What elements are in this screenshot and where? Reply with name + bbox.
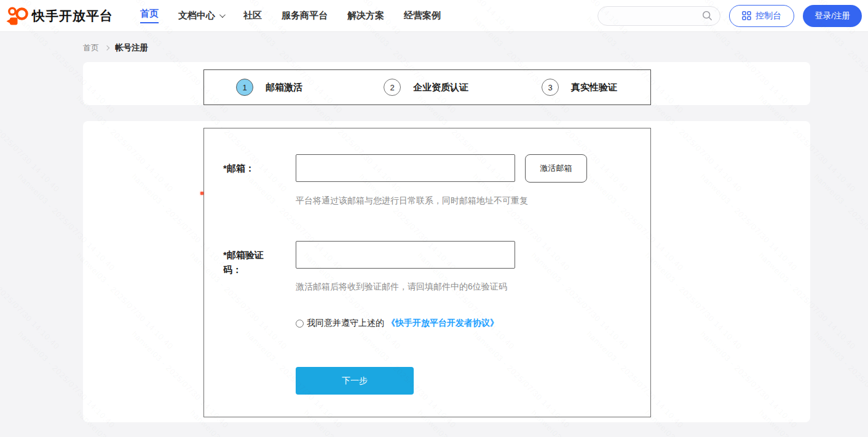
- developer-agreement-link[interactable]: 《快手开放平台开发者协议》: [387, 318, 499, 329]
- activate-email-button[interactable]: 激活邮箱: [525, 154, 587, 183]
- nav-item-label: 解决方案: [347, 10, 384, 22]
- verification-code-hint: 激活邮箱后将收到验证邮件，请回填邮件中的6位验证码: [296, 281, 650, 293]
- breadcrumb-current: 帐号注册: [115, 42, 148, 53]
- nav-item-label: 文档中心: [178, 10, 215, 22]
- steps-box: 1 邮箱激活 2 企业资质认证 3 真实性验证: [203, 69, 651, 105]
- breadcrumb-chevron-icon: [105, 45, 109, 50]
- agreement-row: 我同意并遵守上述的 《快手开放平台开发者协议》: [296, 318, 650, 329]
- nav-item-label: 社区: [243, 10, 262, 22]
- verification-code-label: *邮箱验证码：: [204, 241, 296, 293]
- step-label: 邮箱激活: [266, 82, 302, 93]
- nav-item-community[interactable]: 社区: [243, 6, 262, 25]
- kuaishou-logo-icon: [5, 6, 28, 26]
- navbar-right: 控制台 登录/注册: [598, 5, 862, 27]
- breadcrumb: 首页 帐号注册: [0, 32, 868, 62]
- email-input[interactable]: [296, 154, 515, 182]
- console-button[interactable]: 控制台: [729, 5, 794, 27]
- console-button-label: 控制台: [756, 10, 781, 22]
- breadcrumb-home-link[interactable]: 首页: [83, 42, 99, 53]
- step-enterprise-qualification: 2 企业资质认证: [384, 79, 468, 96]
- email-hint: 平台将通过该邮箱与您进行日常联系，同时邮箱地址不可重复: [296, 195, 650, 207]
- nav-links: 首页 文档中心 社区 服务商平台 解决方案 经营案例: [140, 4, 441, 27]
- login-register-button[interactable]: 登录/注册: [803, 5, 862, 27]
- nav-item-solutions[interactable]: 解决方案: [347, 6, 384, 25]
- nav-item-label: 经营案例: [404, 10, 441, 22]
- verification-code-input[interactable]: [296, 241, 515, 269]
- search-icon[interactable]: [702, 10, 712, 21]
- nav-item-service-provider[interactable]: 服务商平台: [282, 6, 328, 25]
- registration-form-card: *邮箱： 激活邮箱 平台将通过该邮箱与您进行日常联系，同时邮箱地址不可重复 *邮…: [83, 121, 810, 422]
- email-label: *邮箱：: [204, 154, 296, 207]
- steps-card: 1 邮箱激活 2 企业资质认证 3 真实性验证: [83, 62, 810, 105]
- nav-item-label: 服务商平台: [282, 10, 328, 22]
- step-number-badge: 1: [236, 79, 253, 96]
- brand-logo[interactable]: 快手开放平台: [5, 6, 113, 26]
- email-row: *邮箱： 激活邮箱 平台将通过该邮箱与您进行日常联系，同时邮箱地址不可重复: [204, 154, 650, 207]
- chevron-down-icon: [219, 12, 226, 18]
- registration-form-panel: *邮箱： 激活邮箱 平台将通过该邮箱与您进行日常联系，同时邮箱地址不可重复 *邮…: [203, 128, 651, 417]
- search-input[interactable]: [607, 11, 702, 20]
- next-step-button[interactable]: 下一步: [296, 367, 414, 395]
- agreement-checkbox[interactable]: [296, 320, 304, 328]
- agreement-text: 我同意并遵守上述的: [307, 318, 384, 329]
- nav-item-docs[interactable]: 文档中心: [178, 6, 224, 25]
- nav-item-home[interactable]: 首页: [140, 4, 159, 27]
- verification-code-row: *邮箱验证码： 激活邮箱后将收到验证邮件，请回填邮件中的6位验证码: [204, 241, 650, 293]
- step-number-badge: 2: [384, 79, 401, 96]
- brand-name: 快手开放平台: [32, 7, 113, 25]
- step-number-badge: 3: [542, 79, 559, 96]
- top-navbar: 快手开放平台 首页 文档中心 社区 服务商平台 解决方案 经营案例: [0, 0, 868, 32]
- nav-item-cases[interactable]: 经营案例: [404, 6, 441, 25]
- step-authenticity-verification: 3 真实性验证: [542, 79, 617, 96]
- step-email-activation: 1 邮箱激活: [236, 79, 302, 96]
- console-grid-icon: [742, 11, 751, 20]
- step-label: 企业资质认证: [413, 82, 468, 93]
- nav-item-label: 首页: [140, 8, 159, 23]
- marker-dot: [200, 192, 203, 195]
- search-box[interactable]: [598, 6, 720, 26]
- step-label: 真实性验证: [571, 82, 617, 93]
